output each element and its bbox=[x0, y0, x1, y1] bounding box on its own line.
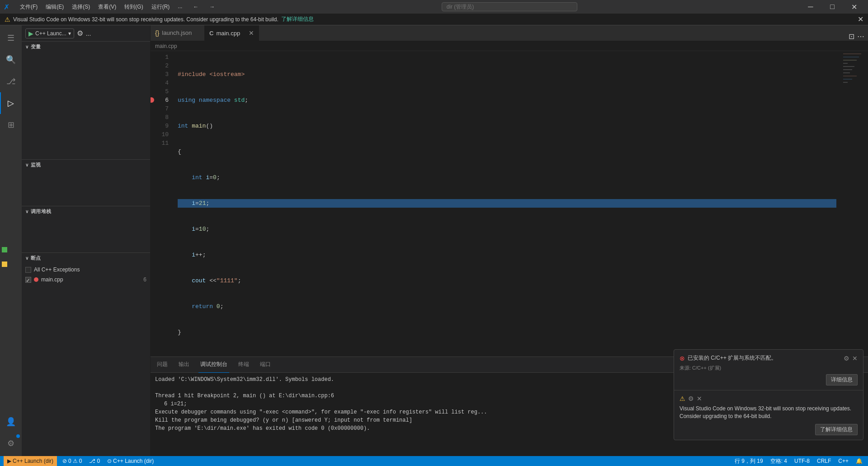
notif-header-2: ⚠ ⚙ ✕ bbox=[679, 395, 858, 402]
nav-forward[interactable]: → bbox=[206, 3, 218, 11]
call-stack-header[interactable]: ∨ 调用堆栈 bbox=[22, 206, 150, 216]
svg-rect-6 bbox=[843, 72, 850, 73]
watch-title: 监视 bbox=[31, 162, 41, 168]
panel-tab-terminal[interactable]: 终端 bbox=[236, 357, 251, 373]
breakpoints-header[interactable]: ∨ 断点 bbox=[22, 253, 150, 263]
encoding-text: UTF-8 bbox=[794, 458, 810, 464]
bp-checkbox-main[interactable]: ✓ bbox=[25, 277, 31, 283]
bp-checkbox-all-cpp[interactable] bbox=[25, 267, 31, 273]
panel-tab-ports[interactable]: 端口 bbox=[258, 357, 273, 373]
watch-header[interactable]: ∨ 监视 bbox=[22, 160, 150, 170]
notif-close-1[interactable]: ✕ bbox=[852, 355, 858, 362]
debug-run-button[interactable]: ▶ C++ Launc... ▾ bbox=[25, 29, 74, 38]
code-line-7: i=10; bbox=[178, 225, 836, 233]
git-icon: ⎇ bbox=[89, 458, 95, 464]
activity-extensions[interactable]: ⊞ bbox=[0, 114, 22, 136]
nav-back[interactable]: ← bbox=[189, 3, 202, 11]
call-stack-chevron: ∨ bbox=[25, 209, 29, 214]
status-line-ending[interactable]: CRLF bbox=[815, 458, 833, 464]
warning-status-icon: ⚠ bbox=[73, 458, 78, 464]
line-num-9: 9 bbox=[151, 122, 173, 130]
panel-tab-debug-console[interactable]: 调试控制台 bbox=[198, 357, 229, 373]
menu-goto[interactable]: 转到(G) bbox=[121, 2, 146, 12]
breakpoint-main-cpp[interactable]: ✓ main.cpp 6 bbox=[25, 275, 146, 285]
svg-rect-9 bbox=[843, 82, 848, 83]
menu-view[interactable]: 查看(V) bbox=[94, 2, 120, 12]
tab-main-cpp[interactable]: C main.cpp ✕ bbox=[205, 25, 259, 41]
breadcrumb: main.cpp bbox=[151, 41, 868, 51]
line-num-5: 5 bbox=[151, 87, 173, 96]
menu-edit[interactable]: 编辑(E) bbox=[42, 2, 67, 12]
debug-gear-icon[interactable]: ⚙ bbox=[77, 29, 83, 38]
code-line-5: int i=0; bbox=[178, 173, 836, 182]
restore-button[interactable]: □ bbox=[822, 0, 843, 14]
status-line-col[interactable]: 行 9，列 19 bbox=[733, 457, 765, 465]
breakpoints-list: All C++ Exceptions ✓ main.cpp 6 bbox=[22, 263, 150, 286]
tab-label-launch: launch.json bbox=[162, 29, 192, 36]
status-feedback[interactable]: 🔔 bbox=[854, 458, 864, 464]
update-banner-close[interactable]: ✕ bbox=[858, 15, 863, 24]
notif-close-2[interactable]: ✕ bbox=[697, 395, 702, 402]
debug-more-icon[interactable]: ... bbox=[86, 30, 91, 37]
tab-close-main[interactable]: ✕ bbox=[249, 29, 254, 37]
variables-header[interactable]: ∨ 变量 bbox=[22, 42, 150, 52]
call-stack-content bbox=[22, 216, 150, 252]
watch-content bbox=[22, 170, 150, 206]
activity-bar: ☰ 🔍 ⎇ ▷ ⊞ 👤 ⚙ bbox=[0, 25, 22, 456]
code-content[interactable]: #include <iostream> using namespace std;… bbox=[173, 51, 841, 357]
title-bar-search[interactable] bbox=[442, 2, 577, 11]
notif-gear-2[interactable]: ⚙ bbox=[688, 395, 694, 402]
run-icon: ▶ bbox=[28, 30, 33, 37]
panel-tab-output[interactable]: 输出 bbox=[177, 357, 191, 373]
sidebar: ▶ C++ Launc... ▾ ⚙ ... ∨ 变量 ∨ 监视 ∨ bbox=[22, 25, 151, 456]
warning-count: 0 bbox=[79, 458, 82, 464]
notif-gear-1[interactable]: ⚙ bbox=[844, 355, 849, 362]
menu-more[interactable]: ... bbox=[174, 2, 186, 12]
activity-settings[interactable]: ⚙ bbox=[0, 433, 22, 454]
notif-title-1: 已安装的 C/C++ 扩展与系统不匹配。 bbox=[688, 354, 841, 362]
breakpoint-all-cpp[interactable]: All C++ Exceptions bbox=[25, 265, 146, 275]
menu-file[interactable]: 文件(F) bbox=[16, 2, 41, 12]
line-num-11: 11 bbox=[151, 139, 173, 147]
breadcrumb-path: main.cpp bbox=[155, 43, 177, 49]
svg-rect-4 bbox=[843, 66, 854, 67]
line-num-1: 1 bbox=[151, 53, 173, 62]
status-debug-label[interactable]: ▶ C++ Launch (dir) bbox=[4, 456, 57, 466]
tab-launch-json[interactable]: {} launch.json bbox=[151, 25, 205, 41]
split-editor-icon[interactable]: ⊡ bbox=[849, 32, 854, 41]
close-button[interactable]: ✕ bbox=[844, 0, 864, 14]
menu-run[interactable]: 运行(R) bbox=[148, 2, 174, 12]
code-line-1: #include <iostream> bbox=[178, 70, 836, 79]
status-errors[interactable]: ⊘ 0 ⚠ 0 bbox=[61, 458, 84, 464]
status-remote[interactable]: ⊙ C++ Launch (dir) bbox=[105, 458, 156, 464]
activity-debug[interactable]: ▷ bbox=[0, 92, 22, 114]
menu-select[interactable]: 选择(S) bbox=[68, 2, 94, 12]
code-line-2: using namespace std; bbox=[178, 96, 836, 105]
activity-source-control[interactable]: ⎇ bbox=[0, 71, 22, 92]
activity-accounts[interactable]: 👤 bbox=[0, 411, 22, 433]
bp-dot-main bbox=[34, 277, 38, 282]
status-encoding[interactable]: UTF-8 bbox=[793, 458, 811, 464]
status-git[interactable]: ⎇ 0 bbox=[87, 458, 102, 464]
bp-num-main: 6 bbox=[143, 276, 146, 283]
variables-title: 变量 bbox=[31, 43, 41, 50]
dropdown-icon: ▾ bbox=[68, 30, 71, 37]
status-spaces[interactable]: 空格: 4 bbox=[769, 457, 789, 465]
more-actions-icon[interactable]: ⋯ bbox=[857, 32, 864, 41]
notif-details-btn-2[interactable]: 了解详细信息 bbox=[815, 424, 858, 435]
panel-tab-problems[interactable]: 问题 bbox=[155, 357, 170, 373]
minimize-button[interactable]: ─ bbox=[800, 0, 821, 14]
activity-search[interactable]: 🔍 bbox=[0, 49, 22, 71]
menu-bar: 文件(F) 编辑(E) 选择(S) 查看(V) 转到(G) 运行(R) ... bbox=[16, 2, 186, 12]
code-line-10: return 0; bbox=[178, 302, 836, 311]
variables-section: ∨ 变量 bbox=[22, 42, 150, 159]
status-language[interactable]: C++ bbox=[836, 458, 850, 464]
feedback-icon: 🔔 bbox=[856, 458, 863, 464]
title-bar: ✗ 文件(F) 编辑(E) 选择(S) 查看(V) 转到(G) 运行(R) ..… bbox=[0, 0, 868, 14]
activity-explorer[interactable]: ☰ bbox=[0, 27, 22, 49]
svg-rect-0 bbox=[843, 53, 861, 54]
watch-section: ∨ 监视 bbox=[22, 159, 150, 206]
notif-details-btn-1[interactable]: 详细信息 bbox=[826, 374, 858, 385]
update-banner-link[interactable]: 了解详细信息 bbox=[281, 15, 314, 23]
spaces-text: 空格: 4 bbox=[770, 457, 787, 465]
